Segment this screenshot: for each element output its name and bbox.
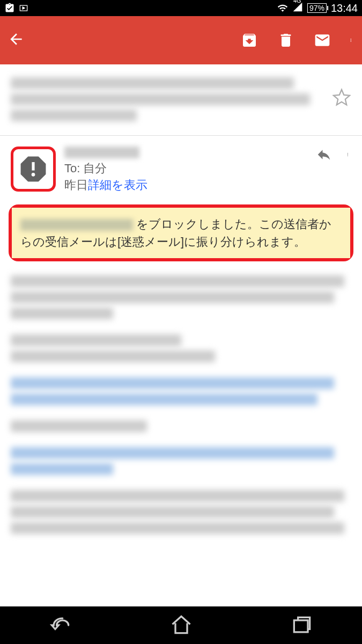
svg-point-5 [348,153,348,153]
nav-back-icon[interactable] [49,613,72,637]
body-link-blur [11,447,334,459]
battery-indicator: 97% [307,3,327,13]
back-icon[interactable] [8,31,25,48]
svg-point-1 [351,40,351,40]
subject-blur [11,77,294,89]
subject-blur [11,93,310,105]
svg-point-7 [348,156,348,156]
svg-rect-8 [294,620,308,632]
more-vert-icon[interactable] [350,32,354,49]
body-blur [11,420,147,432]
body-blur [11,291,334,303]
body-link-blur [11,377,334,389]
body-blur [11,506,334,518]
recipient-line: To: 自分 [64,160,307,177]
play-store-icon [18,3,29,13]
subject-blur [11,109,137,121]
nav-bar [0,606,362,644]
body-link-blur [11,463,113,475]
svg-rect-4 [32,162,34,171]
blocked-banner-highlight: をブロックしました。この送信者からの受信メールは[迷惑メール]に振り分けられます… [9,204,353,261]
app-toolbar [0,16,362,64]
body-link-blur [11,393,317,405]
avatar-highlight [11,147,56,192]
svg-point-0 [351,39,351,39]
mark-unread-icon[interactable] [314,32,331,49]
body-blur [11,334,181,346]
sender-name-blur [64,147,139,158]
clock: 13:44 [331,2,358,14]
archive-icon[interactable] [241,32,258,49]
svg-point-6 [348,154,348,155]
clipboard-icon [4,3,15,13]
blocked-banner: をブロックしました。この送信者からの受信メールは[迷惑メール]に振り分けられます… [12,208,350,258]
sender-block: To: 自分 昨日詳細を表示 [0,136,362,199]
body-blur [11,275,344,287]
email-body [0,267,362,558]
show-details-link[interactable]: 詳細を表示 [88,178,147,192]
sender-more-icon[interactable] [347,147,351,163]
reply-icon[interactable] [316,147,332,163]
spam-avatar-icon [16,151,51,187]
subject-area [0,64,362,135]
network-type: 4G [293,0,301,4]
star-icon[interactable] [332,88,351,107]
body-blur [11,522,344,534]
svg-point-3 [32,173,35,177]
body-blur [11,490,344,502]
body-blur [11,350,215,362]
wifi-icon [277,3,288,13]
delete-icon[interactable] [277,32,294,49]
nav-recent-icon[interactable] [290,613,314,637]
body-blur [11,308,113,319]
nav-home-icon[interactable] [169,613,193,637]
status-bar: 4G 97% 13:44 [0,0,362,16]
date-details-line: 昨日詳細を表示 [64,177,307,194]
svg-point-2 [351,41,351,42]
blocked-sender-blur [20,219,133,231]
